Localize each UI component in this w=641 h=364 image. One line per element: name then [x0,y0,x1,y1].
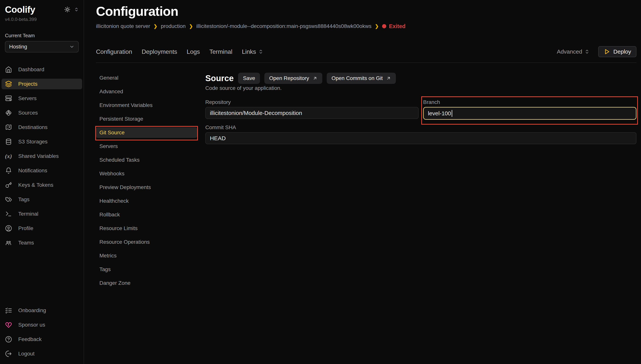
configuration-submenu: General Advanced Environment Variables P… [96,72,197,292]
breadcrumb-application[interactable]: illicitestonion/-module--decomposition:m… [196,23,371,29]
submenu-item-rollback[interactable]: Rollback [96,209,197,220]
submenu-item-servers[interactable]: Servers [96,141,197,152]
tab-deployments[interactable]: Deployments [142,48,177,55]
bell-icon [5,167,12,174]
sidebar-item-shared-variables[interactable]: (x) Shared Variables [2,151,82,162]
submenu-item-metrics[interactable]: Metrics [96,250,197,261]
submenu-item-persistent-storage[interactable]: Persistent Storage [96,114,197,124]
tab-links[interactable]: Links [242,48,263,55]
list-checks-icon [5,307,12,314]
sidebar-item-sources[interactable]: Sources [2,108,82,118]
open-commits-label: Open Commits on Git [332,75,383,81]
sidebar-item-label: S3 Storages [18,139,48,145]
commit-sha-input[interactable] [205,132,636,144]
theme-selector-chevrons-icon[interactable] [74,7,79,12]
team-select-value: Hosting [9,44,27,50]
sidebar-item-sponsor[interactable]: Sponsor us [2,320,82,330]
breadcrumb: illicitonion quote server ❯ production ❯… [96,23,636,29]
sidebar-item-profile[interactable]: Profile [2,223,82,234]
tab-bar: Configuration Deployments Logs Terminal … [96,46,636,63]
submenu-item-git-source[interactable]: Git Source [96,127,197,138]
sidebar-item-label: Logout [18,351,35,357]
save-button[interactable]: Save [238,73,260,84]
deploy-label: Deploy [613,48,631,55]
help-circle-icon [5,336,12,343]
chevrons-up-down-icon [258,49,263,54]
submenu-item-preview-deployments[interactable]: Preview Deployments [96,182,197,193]
submenu-item-healthcheck[interactable]: Healthcheck [96,196,197,206]
branch-input[interactable]: level-100 [423,107,636,120]
breadcrumb-project[interactable]: illicitonion quote server [96,23,150,29]
source-panel: Source Save Open Repository Open Commits… [197,63,636,292]
theme-sun-icon[interactable] [64,6,70,12]
submenu-item-danger-zone[interactable]: Danger Zone [96,278,197,288]
play-icon [603,48,610,55]
sidebar-item-label: Notifications [18,168,47,174]
deploy-button[interactable]: Deploy [598,46,636,57]
home-icon [5,66,12,73]
advanced-dropdown[interactable]: Advanced [557,48,589,55]
app-logo: Coolify [5,4,35,15]
sidebar-item-label: Onboarding [18,308,46,314]
submenu-item-tags[interactable]: Tags [96,264,197,275]
heart-icon [5,321,12,328]
sidebar-item-dashboard[interactable]: Dashboard [2,64,82,75]
sidebar-item-label: Tags [18,196,30,202]
sidebar: Coolify v4.0.0-beta.399 Current Team Hos… [0,0,84,364]
sidebar-item-notifications[interactable]: Notifications [2,165,82,176]
sidebar-item-onboarding[interactable]: Onboarding [2,305,82,316]
current-team-label: Current Team [5,33,79,38]
sidebar-item-label: Feedback [18,336,42,342]
sidebar-nav: Dashboard Projects Servers Sources Desti… [5,64,79,248]
sidebar-item-keys-tokens[interactable]: Keys & Tokens [2,180,82,190]
sidebar-item-teams[interactable]: Teams [2,238,82,248]
users-icon [5,239,12,246]
submenu-item-webhooks[interactable]: Webhooks [96,168,197,179]
commit-sha-field: Commit SHA [205,125,636,144]
team-select[interactable]: Hosting [5,41,79,52]
sidebar-footer-nav: Onboarding Sponsor us Feedback Logout [5,305,79,359]
repository-label: Repository [205,99,419,105]
terminal-icon [5,210,12,218]
sidebar-item-label: Destinations [18,124,48,130]
submenu-item-label: Git Source [100,130,125,136]
sidebar-item-logout[interactable]: Logout [2,348,82,359]
submenu-item-resource-limits[interactable]: Resource Limits [96,223,197,234]
tab-configuration[interactable]: Configuration [96,48,132,55]
sidebar-item-feedback[interactable]: Feedback [2,334,82,344]
submenu-item-scheduled-tasks[interactable]: Scheduled Tasks [96,155,197,165]
submenu-item-environment-variables[interactable]: Environment Variables [96,100,197,110]
open-commits-button[interactable]: Open Commits on Git [327,73,396,84]
tab-links-label: Links [242,48,256,55]
sidebar-item-tags[interactable]: Tags [2,194,82,205]
submenu-item-resource-operations[interactable]: Resource Operations [96,237,197,247]
breadcrumb-environment[interactable]: production [161,23,186,29]
repository-field: Repository [205,99,419,120]
repository-input[interactable] [205,107,419,119]
breadcrumb-separator-icon: ❯ [189,23,193,29]
status-dot-icon [382,24,386,28]
sidebar-item-destinations[interactable]: Destinations [2,122,82,132]
sidebar-item-label: Projects [18,81,38,87]
open-repository-button[interactable]: Open Repository [264,73,322,84]
arrow-up-right-icon [313,76,317,81]
sidebar-item-label: Dashboard [18,66,44,72]
breadcrumb-separator-icon: ❯ [375,23,379,29]
layers-icon [5,80,12,88]
sidebar-item-label: Keys & Tokens [18,182,54,188]
sidebar-item-s3-storages[interactable]: S3 Storages [2,136,82,147]
git-source-icon [5,109,12,116]
sidebar-item-terminal[interactable]: Terminal [2,208,82,219]
page-title: Configuration [96,4,636,18]
app-version: v4.0.0-beta.399 [5,17,79,22]
main-content: Configuration illicitonion quote server … [84,0,641,364]
arrow-up-right-icon [386,76,391,81]
tab-logs[interactable]: Logs [187,48,200,55]
tab-terminal[interactable]: Terminal [209,48,232,55]
key-icon [5,182,12,189]
submenu-item-general[interactable]: General [96,72,197,83]
status-text: Exited [389,23,405,29]
sidebar-item-servers[interactable]: Servers [2,93,82,104]
submenu-item-advanced[interactable]: Advanced [96,86,197,97]
sidebar-item-projects[interactable]: Projects [2,79,82,89]
